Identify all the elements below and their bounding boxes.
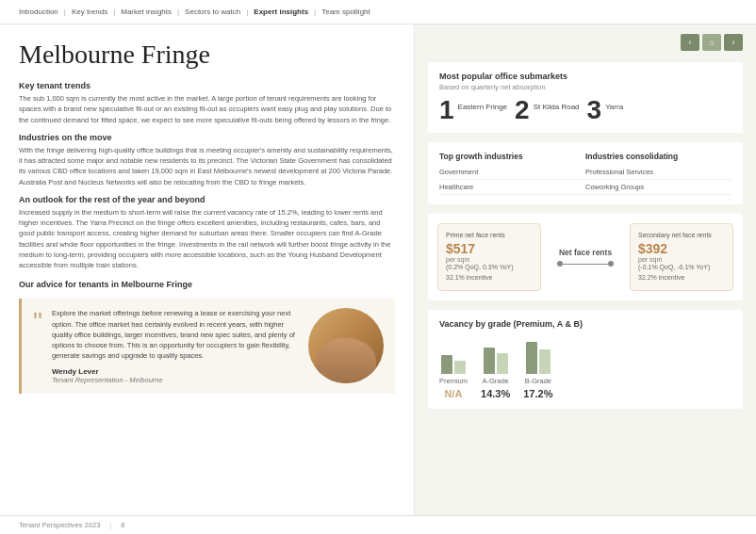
growth-title: Top growth industries	[439, 152, 585, 161]
secondary-rent-details: (-0.1% QoQ, -0.1% YoY) 32.2% incentive	[638, 263, 725, 283]
industries-columns: Top growth industries Government Healthc…	[439, 152, 731, 195]
quote-role: Tenant Representation - Melbourne	[52, 376, 299, 384]
submarkets-title: Most popular office submarkets	[439, 72, 731, 81]
prime-rent-unit: per sqm	[446, 256, 533, 263]
section-heading-2: Industries on the move	[19, 133, 395, 142]
prime-rent-label: Prime net face rents	[446, 232, 533, 238]
bar-agrade-1	[484, 348, 495, 374]
nav-sep-4: |	[246, 8, 248, 16]
vacancy-bar-premium	[441, 336, 466, 374]
consolidating-item-1: Professional Services	[585, 165, 731, 180]
right-panel: ‹ ⌂ › Most popular office submarkets Bas…	[415, 24, 756, 515]
quote-photo	[308, 308, 384, 383]
footer-text: Tenant Perspectives 2023	[19, 521, 100, 529]
bar-bgrade-2	[539, 349, 551, 374]
rents-arrow	[557, 261, 614, 267]
vacancy-item-agrade: A-Grade 14.3%	[481, 336, 510, 399]
quote-section: " Explore the market offerings before re…	[19, 299, 395, 393]
prime-rent-box: Prime net face rents $517 per sqm (0.2% …	[437, 223, 541, 291]
vacancy-value-bgrade: 17.2%	[523, 388, 552, 399]
next-button[interactable]: ›	[724, 34, 743, 51]
bar-premium-2	[454, 361, 466, 374]
arrow-line	[563, 264, 608, 265]
vacancy-grade-bgrade: B-Grade	[525, 377, 551, 385]
arrow-dot-right	[608, 261, 614, 267]
section-text-3: Increased supply in the medium to short-…	[19, 207, 395, 271]
prime-rent-price: $517	[446, 241, 533, 256]
consolidating-item-2: Coworking Groups	[585, 180, 731, 195]
quote-author: Wendy Lever	[52, 367, 299, 376]
top-navigation: Introduction | Key trends | Market insig…	[0, 0, 756, 24]
growth-item-2: Healthcare	[439, 180, 585, 195]
footer-page: 8	[121, 521, 124, 529]
nav-item-sectors[interactable]: Sectors to watch	[185, 8, 240, 16]
vacancy-grade-premium: Premium	[439, 377, 468, 385]
nav-sep-1: |	[64, 8, 66, 16]
nav-sep-3: |	[177, 8, 179, 16]
submarket-item-3: 3 Yarra	[587, 97, 624, 123]
main-content: Melbourne Fringe Key tenant trends The s…	[0, 24, 756, 515]
section-heading-3: An outlook for the rest of the year and …	[19, 195, 395, 204]
vacancy-section: Vacancy by grade (Premium, A & B) Premiu…	[428, 310, 743, 409]
vacancy-item-premium: Premium N/A	[439, 336, 468, 399]
submarket-label-1: Eastern Fringe	[458, 103, 507, 111]
bar-premium-1	[441, 355, 452, 374]
secondary-rent-label: Secondary net face rents	[638, 232, 725, 238]
vacancy-value-premium: N/A	[445, 388, 463, 399]
nav-item-expert[interactable]: Expert insights	[254, 8, 308, 16]
secondary-rent-unit: per sqm	[638, 256, 725, 263]
consolidating-column: Industries consolidating Professional Se…	[585, 152, 731, 195]
bar-agrade-2	[497, 353, 508, 374]
submarket-item-1: 1 Eastern Fringe	[439, 97, 507, 123]
vacancy-bar-agrade	[484, 336, 508, 374]
nav-sep-5: |	[314, 8, 316, 16]
growth-item-1: Government	[439, 165, 585, 180]
vacancy-title: Vacancy by grade (Premium, A & B)	[439, 319, 731, 329]
growth-column: Top growth industries Government Healthc…	[439, 152, 585, 195]
nav-arrows: ‹ ⌂ ›	[428, 34, 743, 51]
nav-sep-2: |	[113, 8, 115, 16]
prime-rent-details: (0.2% QoQ, 0.3% YoY) 32.1% incentive	[446, 263, 533, 283]
nav-item-marketinsights[interactable]: Market insights	[121, 8, 172, 16]
secondary-rent-box: Secondary net face rents $392 per sqm (-…	[630, 223, 733, 291]
vacancy-grade-agrade: A-Grade	[482, 377, 508, 385]
nav-item-keytrends[interactable]: Key trends	[72, 8, 107, 16]
rank-3: 3	[587, 97, 602, 123]
page-title: Melbourne Fringe	[19, 40, 395, 70]
vacancy-item-bgrade: B-Grade 17.2%	[523, 336, 552, 399]
vacancy-bars: Premium N/A A-Grade 14.3%	[439, 336, 731, 399]
nav-item-intro[interactable]: Introduction	[19, 8, 58, 16]
rents-center: Net face rents	[551, 248, 619, 267]
left-panel: Melbourne Fringe Key tenant trends The s…	[0, 24, 415, 515]
footer: Tenant Perspectives 2023 | 8	[0, 515, 756, 534]
quote-content: Explore the market offerings before rene…	[52, 308, 299, 383]
submarket-label-3: Yarra	[605, 103, 623, 111]
quote-mark: "	[33, 312, 42, 332]
secondary-rent-price: $392	[638, 241, 725, 256]
prev-button[interactable]: ‹	[681, 34, 699, 51]
industries-card: Top growth industries Government Healthc…	[428, 142, 743, 204]
vacancy-value-agrade: 14.3%	[481, 388, 510, 399]
section-text-2: With the fringe delivering high-quality …	[19, 145, 395, 187]
footer-sep: |	[109, 521, 111, 529]
section-heading-1: Key tenant trends	[19, 81, 395, 90]
advice-heading: Our advice for tenants in Melbourne Frin…	[19, 280, 395, 289]
rents-section: Prime net face rents $517 per sqm (0.2% …	[428, 214, 743, 300]
bar-bgrade-1	[526, 342, 537, 374]
submarket-label-2: St Kilda Road	[534, 103, 580, 111]
vacancy-bar-bgrade	[526, 336, 551, 374]
consolidating-title: Industries consolidating	[585, 152, 731, 161]
submarkets-card: Most popular office submarkets Based on …	[428, 62, 743, 133]
rents-center-label: Net face rents	[551, 248, 619, 257]
section-text-1: The sub 1,000 sqm is currently the most …	[19, 93, 395, 125]
submarket-item-2: 2 St Kilda Road	[515, 97, 580, 123]
page: Introduction | Key trends | Market insig…	[0, 0, 756, 534]
rank-2: 2	[515, 97, 530, 123]
nav-item-team[interactable]: Team spotlight	[321, 8, 370, 16]
submarkets-list: 1 Eastern Fringe 2 St Kilda Road 3 Yarra	[439, 97, 731, 123]
rents-layout: Prime net face rents $517 per sqm (0.2% …	[437, 223, 733, 291]
submarkets-subtitle: Based on quarterly net absorption	[439, 83, 731, 91]
home-button[interactable]: ⌂	[702, 34, 721, 51]
quote-text: Explore the market offerings before rene…	[52, 308, 299, 361]
rank-1: 1	[439, 97, 454, 123]
